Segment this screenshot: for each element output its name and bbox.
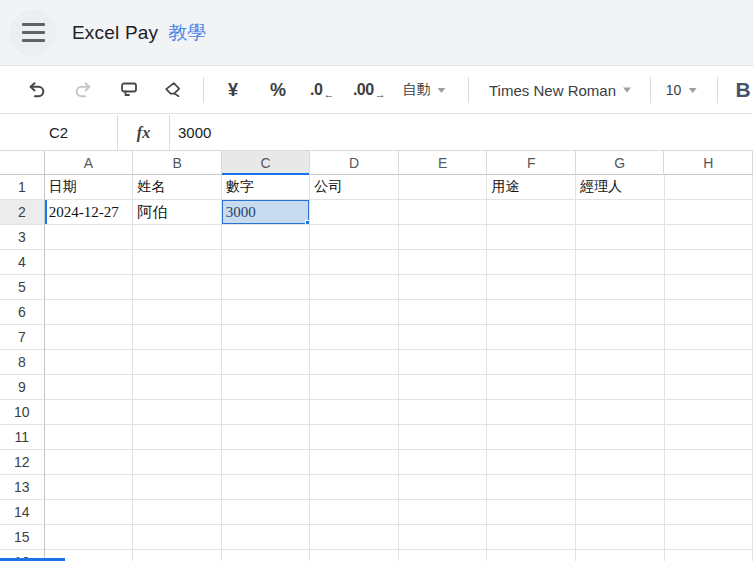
- cell-C5[interactable]: [222, 275, 311, 300]
- cell-G13[interactable]: [576, 475, 665, 500]
- column-header-D[interactable]: D: [310, 151, 399, 175]
- cell-G3[interactable]: [576, 225, 665, 250]
- cell-D13[interactable]: [310, 475, 399, 500]
- cell-H4[interactable]: [665, 250, 753, 275]
- cell-G9[interactable]: [576, 375, 665, 400]
- cell-A9[interactable]: [45, 375, 134, 400]
- formula-input[interactable]: 3000: [170, 115, 753, 150]
- cell-F16[interactable]: [487, 550, 576, 561]
- cell-F5[interactable]: [487, 275, 576, 300]
- row-header-1[interactable]: 1: [0, 175, 45, 200]
- cell-H2[interactable]: [665, 200, 753, 225]
- row-header-10[interactable]: 10: [0, 400, 45, 425]
- cell-C1[interactable]: 數字: [222, 175, 311, 200]
- cell-F7[interactable]: [487, 325, 576, 350]
- hamburger-menu-button[interactable]: [10, 10, 56, 56]
- cell-C8[interactable]: [222, 350, 311, 375]
- cell-H14[interactable]: [665, 500, 753, 525]
- cell-D11[interactable]: [310, 425, 399, 450]
- cell-A8[interactable]: [45, 350, 134, 375]
- row-header-3[interactable]: 3: [0, 225, 45, 250]
- cell-D14[interactable]: [310, 500, 399, 525]
- undo-button[interactable]: [26, 79, 48, 101]
- cell-E8[interactable]: [399, 350, 488, 375]
- column-header-H[interactable]: H: [664, 151, 753, 175]
- cell-C14[interactable]: [222, 500, 311, 525]
- cell-C3[interactable]: [222, 225, 311, 250]
- cell-E12[interactable]: [399, 450, 488, 475]
- cell-F9[interactable]: [487, 375, 576, 400]
- cell-G14[interactable]: [576, 500, 665, 525]
- cell-H3[interactable]: [665, 225, 753, 250]
- currency-format-button[interactable]: ¥: [228, 80, 238, 101]
- cell-H11[interactable]: [665, 425, 753, 450]
- cell-C6[interactable]: [222, 300, 311, 325]
- cell-A2[interactable]: 2024-12-27: [45, 200, 134, 225]
- cell-A13[interactable]: [45, 475, 134, 500]
- paint-format-button[interactable]: [118, 79, 140, 101]
- cell-C7[interactable]: [222, 325, 311, 350]
- cell-G1[interactable]: 經理人: [576, 175, 665, 200]
- cell-G8[interactable]: [576, 350, 665, 375]
- percent-format-button[interactable]: %: [270, 80, 286, 101]
- cell-E15[interactable]: [399, 525, 488, 550]
- cell-E5[interactable]: [399, 275, 488, 300]
- cell-D5[interactable]: [310, 275, 399, 300]
- cell-F8[interactable]: [487, 350, 576, 375]
- increase-decimal-button[interactable]: .00→: [353, 81, 385, 99]
- cell-E14[interactable]: [399, 500, 488, 525]
- cell-A5[interactable]: [45, 275, 134, 300]
- row-header-13[interactable]: 13: [0, 475, 45, 500]
- cell-B1[interactable]: 姓名: [133, 175, 222, 200]
- cell-F2[interactable]: [487, 200, 576, 225]
- cell-B13[interactable]: [133, 475, 222, 500]
- cell-D15[interactable]: [310, 525, 399, 550]
- cell-E3[interactable]: [399, 225, 488, 250]
- cell-A4[interactable]: [45, 250, 134, 275]
- title-link[interactable]: 教學: [168, 20, 206, 46]
- cell-F12[interactable]: [487, 450, 576, 475]
- cell-E7[interactable]: [399, 325, 488, 350]
- cell-H1[interactable]: [665, 175, 753, 200]
- cell-D9[interactable]: [310, 375, 399, 400]
- row-header-14[interactable]: 14: [0, 500, 45, 525]
- cell-H5[interactable]: [665, 275, 753, 300]
- cell-D8[interactable]: [310, 350, 399, 375]
- cell-D16[interactable]: [310, 550, 399, 561]
- cell-G11[interactable]: [576, 425, 665, 450]
- cell-C12[interactable]: [222, 450, 311, 475]
- font-size-dropdown[interactable]: 10: [666, 82, 697, 98]
- cell-H8[interactable]: [665, 350, 753, 375]
- cell-A6[interactable]: [45, 300, 134, 325]
- cell-A15[interactable]: [45, 525, 134, 550]
- cell-G2[interactable]: [576, 200, 665, 225]
- cell-C11[interactable]: [222, 425, 311, 450]
- row-header-12[interactable]: 12: [0, 450, 45, 475]
- cell-E11[interactable]: [399, 425, 488, 450]
- decrease-decimal-button[interactable]: .0←: [310, 81, 334, 99]
- column-header-A[interactable]: A: [45, 151, 134, 175]
- cell-F3[interactable]: [487, 225, 576, 250]
- cell-A1[interactable]: 日期: [45, 175, 134, 200]
- cell-H10[interactable]: [665, 400, 753, 425]
- cell-H6[interactable]: [665, 300, 753, 325]
- cell-B15[interactable]: [133, 525, 222, 550]
- cell-C10[interactable]: [222, 400, 311, 425]
- cell-F6[interactable]: [487, 300, 576, 325]
- cell-H9[interactable]: [665, 375, 753, 400]
- cell-F11[interactable]: [487, 425, 576, 450]
- column-header-B[interactable]: B: [133, 151, 222, 175]
- cell-A12[interactable]: [45, 450, 134, 475]
- cell-A11[interactable]: [45, 425, 134, 450]
- cell-E4[interactable]: [399, 250, 488, 275]
- cell-C9[interactable]: [222, 375, 311, 400]
- cell-C13[interactable]: [222, 475, 311, 500]
- row-header-11[interactable]: 11: [0, 425, 45, 450]
- cell-C15[interactable]: [222, 525, 311, 550]
- cell-E13[interactable]: [399, 475, 488, 500]
- cell-D2[interactable]: [310, 200, 399, 225]
- cell-B3[interactable]: [133, 225, 222, 250]
- cell-A10[interactable]: [45, 400, 134, 425]
- cell-D4[interactable]: [310, 250, 399, 275]
- cell-B4[interactable]: [133, 250, 222, 275]
